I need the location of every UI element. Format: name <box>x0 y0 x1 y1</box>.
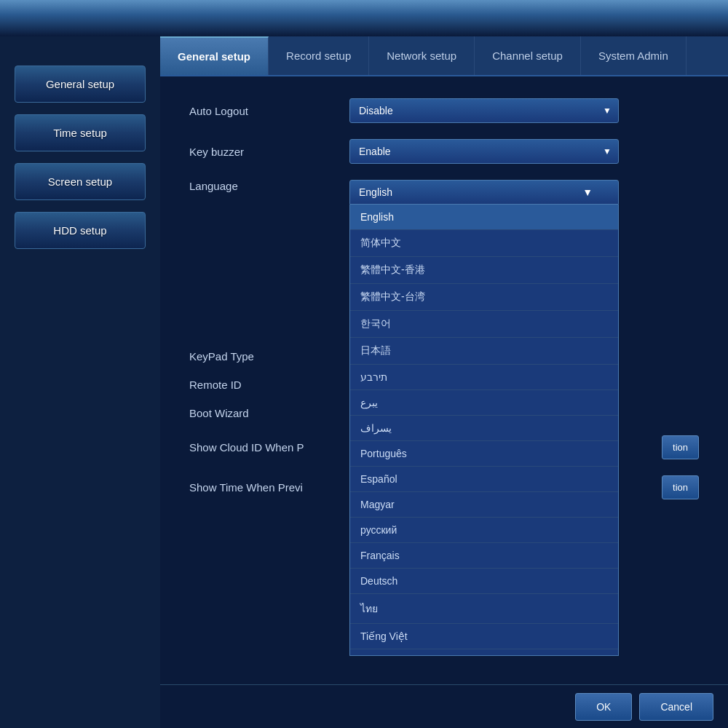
boot-wizard-label: Boot Wizard <box>189 407 349 419</box>
language-option-thai[interactable]: ไทย <box>350 594 618 624</box>
tab-record-setup[interactable]: Record setup <box>269 36 369 75</box>
sidebar-btn-time-setup[interactable]: Time setup <box>15 114 146 151</box>
show-time-button[interactable]: tion <box>662 475 699 499</box>
language-option-vietnamese[interactable]: Tiếng Việt <box>350 624 618 649</box>
language-option-portuguese[interactable]: Português <box>350 441 618 467</box>
language-option-korean[interactable]: 한국어 <box>350 311 618 338</box>
remote-id-label: Remote ID <box>189 379 349 391</box>
language-arrow-icon: ▼ <box>582 186 593 198</box>
tab-general-setup[interactable]: General setup <box>160 36 269 75</box>
auto-logout-label: Auto Logout <box>189 105 349 117</box>
sidebar: General setup Time setup Screen setup HD… <box>0 36 160 728</box>
main-container: General setup Time setup Screen setup HD… <box>0 36 728 728</box>
key-buzzer-dropdown[interactable]: Enable Disable ▼ <box>349 139 619 164</box>
language-option-arabic[interactable]: يبرع <box>350 390 618 416</box>
language-option-traditional-chinese-tw[interactable]: 繁體中文-台湾 <box>350 284 618 311</box>
sidebar-btn-hdd-setup[interactable]: HDD setup <box>15 212 146 249</box>
auto-logout-row: Auto Logout Disable 1 min 5 min 10 min 3… <box>189 98 699 123</box>
bottom-bar: OK Cancel <box>160 684 728 728</box>
language-label: Language <box>189 180 349 192</box>
language-option-hebrew[interactable]: תירבע <box>350 365 618 390</box>
auto-logout-select[interactable]: Disable 1 min 5 min 10 min 30 min <box>349 98 619 123</box>
language-select-bar[interactable]: English ▼ <box>349 180 619 205</box>
language-option-traditional-chinese-hk[interactable]: 繁體中文-香港 <box>350 257 618 284</box>
keypad-type-label: KeyPad Type <box>189 350 349 363</box>
key-buzzer-row: Key buzzer Enable Disable ▼ <box>189 139 699 164</box>
content-area: General setup Record setup Network setup… <box>160 36 728 728</box>
language-option-french[interactable]: Français <box>350 543 618 569</box>
ok-button[interactable]: OK <box>575 693 632 721</box>
cancel-button[interactable]: Cancel <box>639 693 713 721</box>
tab-network-setup[interactable]: Network setup <box>369 36 475 75</box>
language-selected-value: English <box>359 186 392 198</box>
language-option-simplified-chinese[interactable]: 简体中文 <box>350 230 618 257</box>
language-dropdown-container: English ▼ English 简体中文 繁體中文-香港 繁體中文-台湾 한… <box>349 180 619 205</box>
language-option-farsi[interactable]: یسراف <box>350 416 618 441</box>
tab-channel-setup[interactable]: Channel setup <box>475 36 581 75</box>
show-cloud-id-button[interactable]: tion <box>662 435 699 459</box>
language-option-hungarian[interactable]: Magyar <box>350 492 618 518</box>
tab-system-admin[interactable]: System Admin <box>581 36 687 75</box>
language-option-japanese[interactable]: 日本語 <box>350 338 618 365</box>
tab-bar: General setup Record setup Network setup… <box>160 36 728 76</box>
auto-logout-dropdown[interactable]: Disable 1 min 5 min 10 min 30 min ▼ <box>349 98 619 123</box>
language-option-german[interactable]: Deutsch <box>350 569 618 594</box>
key-buzzer-select[interactable]: Enable Disable <box>349 139 619 164</box>
language-dropdown-list[interactable]: English 简体中文 繁體中文-香港 繁體中文-台湾 한국어 日本語 תיר… <box>349 205 619 656</box>
sidebar-btn-general-setup[interactable]: General setup <box>15 66 146 103</box>
language-option-english[interactable]: English <box>350 205 618 230</box>
language-option-turkish[interactable]: Türk <box>350 649 618 656</box>
settings-panel: Auto Logout Disable 1 min 5 min 10 min 3… <box>160 76 728 684</box>
language-option-russian[interactable]: русский <box>350 518 618 543</box>
key-buzzer-label: Key buzzer <box>189 146 349 158</box>
language-row: Language English ▼ English 简体中文 繁體中文-香港 … <box>189 180 699 205</box>
language-option-spanish[interactable]: Español <box>350 467 618 492</box>
top-bar <box>0 0 728 36</box>
sidebar-btn-screen-setup[interactable]: Screen setup <box>15 163 146 200</box>
